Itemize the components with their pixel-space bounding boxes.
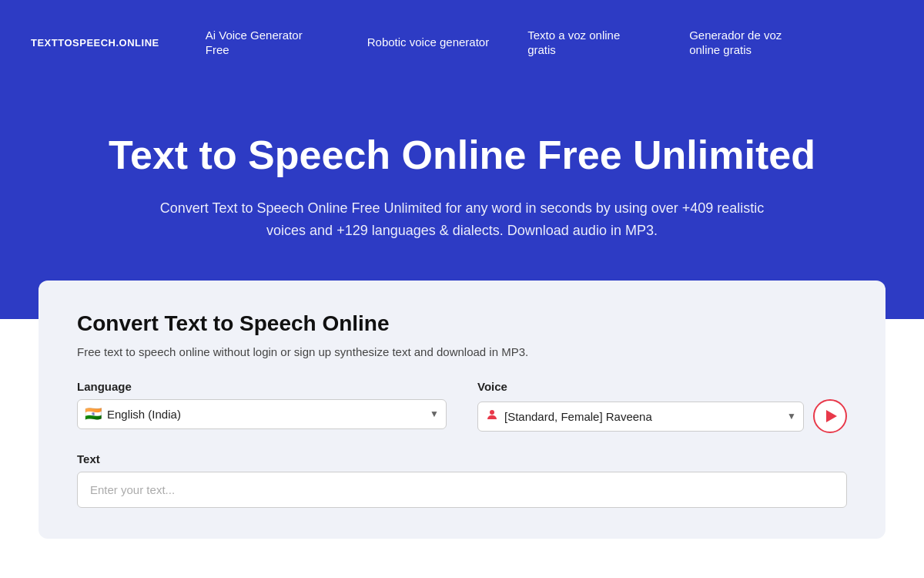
voice-select-wrapper: [Standard, Female] Raveena [Standard, Ma…: [477, 402, 804, 432]
text-input[interactable]: [77, 472, 847, 508]
nav-item-robotic[interactable]: Robotic voice generator: [367, 35, 489, 50]
nav-item-generador[interactable]: Generador de voz online gratis: [689, 28, 812, 58]
header: TEXTTOSPEECH.ONLINE Ai Voice Generator F…: [0, 0, 924, 85]
nav-item-ai-voice[interactable]: Ai Voice Generator Free: [206, 28, 329, 58]
hero-subtitle: Convert Text to Speech Online Free Unlim…: [154, 197, 770, 242]
voice-group: Voice [Standard, Female] Raveena [Standa…: [477, 380, 847, 434]
text-group: Text: [77, 452, 847, 508]
language-select-wrapper: 🇮🇳 English (India) English (US) English …: [77, 399, 447, 429]
language-select[interactable]: English (India) English (US) English (UK…: [77, 399, 447, 429]
language-group: Language 🇮🇳 English (India) English (US)…: [77, 380, 447, 434]
card-title: Convert Text to Speech Online: [77, 311, 847, 336]
text-label: Text: [77, 452, 847, 465]
voice-label: Voice: [477, 380, 847, 393]
play-icon: [826, 410, 837, 422]
form-language-voice-row: Language 🇮🇳 English (India) English (US)…: [77, 380, 847, 434]
converter-card: Convert Text to Speech Online Free text …: [38, 281, 886, 539]
voice-select[interactable]: [Standard, Female] Raveena [Standard, Ma…: [477, 402, 804, 432]
hero-title: Text to Speech Online Free Unlimited: [31, 131, 893, 179]
navigation: Ai Voice Generator Free Robotic voice ge…: [206, 28, 812, 58]
logo[interactable]: TEXTTOSPEECH.ONLINE: [31, 37, 159, 49]
play-button[interactable]: [813, 399, 847, 433]
nav-item-texto[interactable]: Texto a voz online gratis: [527, 28, 651, 58]
card-description: Free text to speech online without login…: [77, 345, 847, 358]
language-label: Language: [77, 380, 447, 393]
